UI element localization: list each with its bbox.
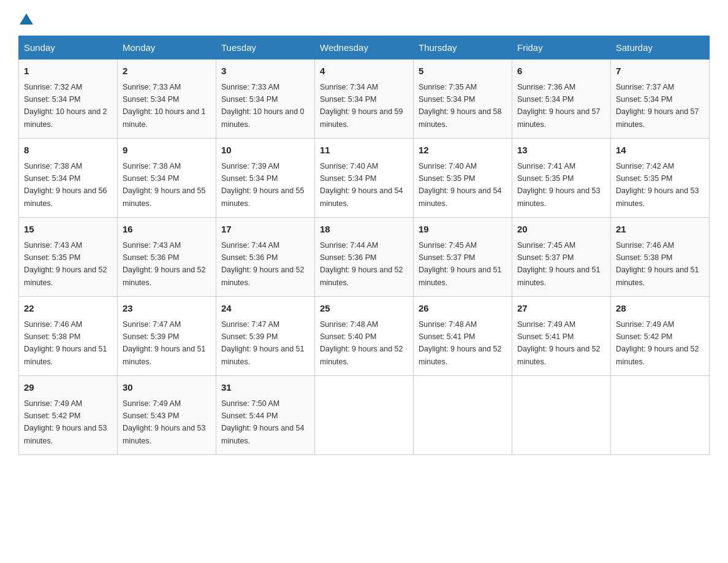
weekday-header-tuesday: Tuesday [216, 36, 315, 59]
day-number: 15 [24, 223, 112, 237]
calendar-cell [611, 376, 710, 455]
day-number: 24 [221, 302, 309, 316]
day-info: Sunrise: 7:33 AMSunset: 5:34 PMDaylight:… [123, 83, 206, 129]
day-info: Sunrise: 7:41 AMSunset: 5:35 PMDaylight:… [517, 162, 601, 208]
day-number: 23 [123, 302, 211, 316]
calendar-cell: 5Sunrise: 7:35 AMSunset: 5:34 PMDaylight… [414, 59, 512, 139]
day-info: Sunrise: 7:33 AMSunset: 5:34 PMDaylight:… [221, 83, 305, 129]
calendar-cell: 4Sunrise: 7:34 AMSunset: 5:34 PMDaylight… [315, 59, 414, 139]
day-number: 5 [419, 64, 507, 79]
calendar-cell: 25Sunrise: 7:48 AMSunset: 5:40 PMDayligh… [315, 297, 414, 376]
day-info: Sunrise: 7:38 AMSunset: 5:34 PMDaylight:… [123, 162, 206, 208]
calendar-cell: 13Sunrise: 7:41 AMSunset: 5:35 PMDayligh… [512, 139, 611, 218]
calendar-cell: 26Sunrise: 7:48 AMSunset: 5:41 PMDayligh… [414, 297, 512, 376]
day-number: 18 [320, 223, 408, 237]
weekday-header-sunday: Sunday [19, 36, 118, 59]
calendar-cell: 24Sunrise: 7:47 AMSunset: 5:39 PMDayligh… [216, 297, 315, 376]
calendar-cell: 1Sunrise: 7:32 AMSunset: 5:34 PMDaylight… [19, 59, 118, 139]
weekday-header-monday: Monday [118, 36, 216, 59]
calendar-cell: 22Sunrise: 7:46 AMSunset: 5:38 PMDayligh… [19, 297, 118, 376]
day-info: Sunrise: 7:46 AMSunset: 5:38 PMDaylight:… [24, 320, 107, 366]
calendar-cell: 2Sunrise: 7:33 AMSunset: 5:34 PMDaylight… [118, 59, 216, 139]
day-number: 20 [517, 223, 605, 237]
day-number: 28 [616, 302, 704, 316]
day-info: Sunrise: 7:42 AMSunset: 5:35 PMDaylight:… [616, 162, 699, 208]
day-number: 29 [24, 381, 112, 395]
weekday-header-friday: Friday [512, 36, 611, 59]
calendar-cell: 29Sunrise: 7:49 AMSunset: 5:42 PMDayligh… [19, 376, 118, 455]
calendar-cell: 15Sunrise: 7:43 AMSunset: 5:35 PMDayligh… [19, 218, 118, 297]
day-number: 2 [123, 64, 211, 79]
day-number: 31 [221, 381, 309, 395]
day-number: 27 [517, 302, 605, 316]
day-number: 6 [517, 64, 605, 79]
day-info: Sunrise: 7:40 AMSunset: 5:34 PMDaylight:… [320, 162, 403, 208]
calendar-table: SundayMondayTuesdayWednesdayThursdayFrid… [18, 36, 710, 455]
calendar-cell: 23Sunrise: 7:47 AMSunset: 5:39 PMDayligh… [118, 297, 216, 376]
day-info: Sunrise: 7:49 AMSunset: 5:42 PMDaylight:… [616, 320, 699, 366]
weekday-header-row: SundayMondayTuesdayWednesdayThursdayFrid… [19, 36, 710, 59]
calendar-week-row: 1Sunrise: 7:32 AMSunset: 5:34 PMDaylight… [19, 59, 710, 139]
day-number: 16 [123, 223, 211, 237]
calendar-cell: 12Sunrise: 7:40 AMSunset: 5:35 PMDayligh… [414, 139, 512, 218]
day-info: Sunrise: 7:38 AMSunset: 5:34 PMDaylight:… [24, 162, 107, 208]
calendar-week-row: 29Sunrise: 7:49 AMSunset: 5:42 PMDayligh… [19, 376, 710, 455]
page-header [18, 12, 710, 26]
day-info: Sunrise: 7:49 AMSunset: 5:41 PMDaylight:… [517, 320, 601, 366]
calendar-week-row: 8Sunrise: 7:38 AMSunset: 5:34 PMDaylight… [19, 139, 710, 218]
calendar-cell: 31Sunrise: 7:50 AMSunset: 5:44 PMDayligh… [216, 376, 315, 455]
calendar-cell: 27Sunrise: 7:49 AMSunset: 5:41 PMDayligh… [512, 297, 611, 376]
day-info: Sunrise: 7:37 AMSunset: 5:34 PMDaylight:… [616, 83, 699, 129]
day-info: Sunrise: 7:36 AMSunset: 5:34 PMDaylight:… [517, 83, 601, 129]
day-info: Sunrise: 7:39 AMSunset: 5:34 PMDaylight:… [221, 162, 305, 208]
day-info: Sunrise: 7:43 AMSunset: 5:35 PMDaylight:… [24, 241, 107, 287]
calendar-cell: 18Sunrise: 7:44 AMSunset: 5:36 PMDayligh… [315, 218, 414, 297]
day-number: 17 [221, 223, 309, 237]
day-info: Sunrise: 7:45 AMSunset: 5:37 PMDaylight:… [419, 241, 502, 287]
calendar-cell: 10Sunrise: 7:39 AMSunset: 5:34 PMDayligh… [216, 139, 315, 218]
day-number: 13 [517, 144, 605, 158]
calendar-cell: 28Sunrise: 7:49 AMSunset: 5:42 PMDayligh… [611, 297, 710, 376]
day-number: 7 [616, 64, 704, 79]
day-info: Sunrise: 7:34 AMSunset: 5:34 PMDaylight:… [320, 83, 403, 129]
calendar-week-row: 15Sunrise: 7:43 AMSunset: 5:35 PMDayligh… [19, 218, 710, 297]
day-info: Sunrise: 7:49 AMSunset: 5:43 PMDaylight:… [123, 399, 206, 445]
calendar-cell [315, 376, 414, 455]
day-number: 9 [123, 144, 211, 158]
day-info: Sunrise: 7:44 AMSunset: 5:36 PMDaylight:… [221, 241, 305, 287]
calendar-cell [414, 376, 512, 455]
day-number: 21 [616, 223, 704, 237]
calendar-cell: 7Sunrise: 7:37 AMSunset: 5:34 PMDaylight… [611, 59, 710, 139]
calendar-cell: 19Sunrise: 7:45 AMSunset: 5:37 PMDayligh… [414, 218, 512, 297]
day-info: Sunrise: 7:49 AMSunset: 5:42 PMDaylight:… [24, 399, 107, 445]
calendar-cell: 16Sunrise: 7:43 AMSunset: 5:36 PMDayligh… [118, 218, 216, 297]
day-number: 4 [320, 64, 408, 79]
calendar-cell: 3Sunrise: 7:33 AMSunset: 5:34 PMDaylight… [216, 59, 315, 139]
calendar-cell: 11Sunrise: 7:40 AMSunset: 5:34 PMDayligh… [315, 139, 414, 218]
day-info: Sunrise: 7:48 AMSunset: 5:41 PMDaylight:… [419, 320, 502, 366]
calendar-cell: 9Sunrise: 7:38 AMSunset: 5:34 PMDaylight… [118, 139, 216, 218]
logo [18, 12, 33, 26]
calendar-cell: 6Sunrise: 7:36 AMSunset: 5:34 PMDaylight… [512, 59, 611, 139]
day-number: 12 [419, 144, 507, 158]
day-info: Sunrise: 7:47 AMSunset: 5:39 PMDaylight:… [123, 320, 206, 366]
day-info: Sunrise: 7:40 AMSunset: 5:35 PMDaylight:… [419, 162, 502, 208]
calendar-cell: 21Sunrise: 7:46 AMSunset: 5:38 PMDayligh… [611, 218, 710, 297]
day-number: 26 [419, 302, 507, 316]
calendar-cell: 30Sunrise: 7:49 AMSunset: 5:43 PMDayligh… [118, 376, 216, 455]
day-number: 10 [221, 144, 309, 158]
day-info: Sunrise: 7:32 AMSunset: 5:34 PMDaylight:… [24, 83, 107, 129]
day-number: 14 [616, 144, 704, 158]
calendar-cell [512, 376, 611, 455]
day-info: Sunrise: 7:45 AMSunset: 5:37 PMDaylight:… [517, 241, 601, 287]
calendar-cell: 14Sunrise: 7:42 AMSunset: 5:35 PMDayligh… [611, 139, 710, 218]
day-number: 25 [320, 302, 408, 316]
day-info: Sunrise: 7:50 AMSunset: 5:44 PMDaylight:… [221, 399, 305, 445]
svg-marker-0 [20, 13, 33, 25]
weekday-header-saturday: Saturday [611, 36, 710, 59]
day-number: 8 [24, 144, 112, 158]
calendar-cell: 20Sunrise: 7:45 AMSunset: 5:37 PMDayligh… [512, 218, 611, 297]
day-number: 3 [221, 64, 309, 79]
calendar-cell: 17Sunrise: 7:44 AMSunset: 5:36 PMDayligh… [216, 218, 315, 297]
day-info: Sunrise: 7:43 AMSunset: 5:36 PMDaylight:… [123, 241, 206, 287]
